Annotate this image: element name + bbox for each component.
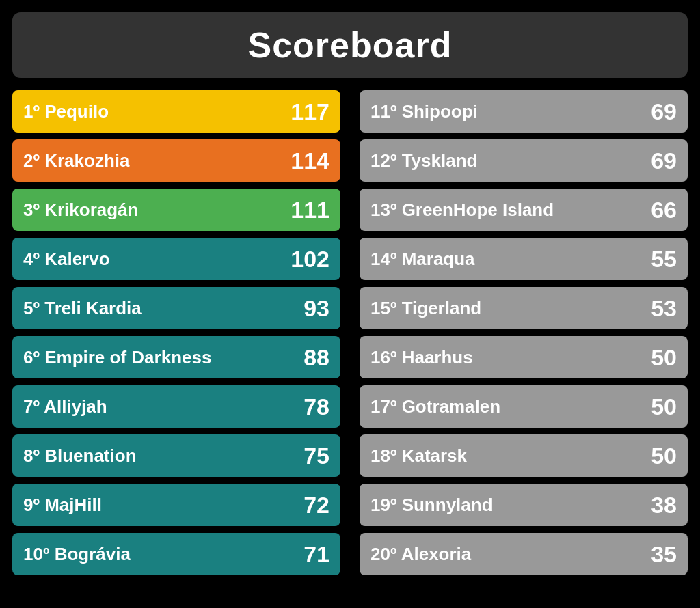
- score-value: 38: [651, 492, 677, 519]
- score-row-right-6: 16º Haarhus50: [360, 336, 688, 378]
- score-row-left-6: 6º Empire of Darkness88: [12, 336, 340, 378]
- rank-name: 20º Alexoria: [371, 544, 471, 565]
- score-row-left-4: 4º Kalervo102: [12, 238, 340, 280]
- score-value: 111: [291, 197, 329, 223]
- score-value: 71: [304, 541, 329, 568]
- score-row-right-2: 12º Tyskland69: [360, 139, 688, 182]
- scoreboard-title: Scoreboard: [12, 25, 688, 66]
- rank-name: 1º Pequilo: [23, 101, 109, 122]
- score-row-left-8: 8º Bluenation75: [12, 434, 340, 477]
- score-row-left-1: 1º Pequilo117: [12, 90, 340, 133]
- rank-name: 17º Gotramalen: [371, 396, 500, 417]
- score-value: 93: [304, 295, 329, 322]
- rank-name: 7º Alliyjah: [23, 396, 107, 417]
- score-row-left-10: 10º Bográvia71: [12, 533, 340, 575]
- score-value: 102: [291, 246, 329, 273]
- score-row-right-10: 20º Alexoria35: [360, 533, 688, 575]
- score-value: 50: [651, 443, 677, 469]
- rank-name: 4º Kalervo: [23, 249, 110, 270]
- score-value: 50: [651, 393, 677, 420]
- rank-name: 11º Shipoopi: [371, 101, 478, 122]
- score-row-right-5: 15º Tigerland53: [360, 287, 688, 329]
- left-column: 1º Pequilo1172º Krakozhia1143º Krikoragá…: [12, 90, 340, 575]
- score-row-left-5: 5º Treli Kardia93: [12, 287, 340, 329]
- rank-name: 2º Krakozhia: [23, 150, 129, 171]
- score-value: 75: [304, 443, 329, 469]
- score-value: 114: [291, 148, 329, 174]
- rank-name: 5º Treli Kardia: [23, 298, 142, 319]
- rank-name: 6º Empire of Darkness: [23, 347, 211, 368]
- rank-name: 13º GreenHope Island: [371, 199, 554, 221]
- score-value: 117: [291, 98, 329, 125]
- score-row-right-4: 14º Maraqua55: [360, 238, 688, 280]
- score-value: 69: [651, 98, 677, 125]
- score-value: 35: [651, 541, 677, 568]
- score-row-left-7: 7º Alliyjah78: [12, 385, 340, 428]
- score-row-right-1: 11º Shipoopi69: [360, 90, 688, 133]
- rank-name: 12º Tyskland: [371, 150, 477, 171]
- score-value: 78: [304, 393, 329, 420]
- score-value: 72: [304, 492, 329, 519]
- rank-name: 9º MajHill: [23, 495, 102, 516]
- score-value: 88: [304, 344, 329, 371]
- score-value: 66: [651, 197, 677, 223]
- score-row-right-7: 17º Gotramalen50: [360, 385, 688, 428]
- score-value: 53: [651, 295, 677, 322]
- rank-name: 3º Krikoragán: [23, 199, 138, 221]
- rank-name: 14º Maraqua: [371, 249, 475, 270]
- rank-name: 10º Bográvia: [23, 544, 131, 565]
- score-value: 50: [651, 344, 677, 371]
- scores-grid: 1º Pequilo1172º Krakozhia1143º Krikoragá…: [12, 90, 688, 575]
- right-column: 11º Shipoopi6912º Tyskland6913º GreenHop…: [360, 90, 688, 575]
- rank-name: 8º Bluenation: [23, 445, 137, 467]
- score-row-right-9: 19º Sunnyland38: [360, 484, 688, 526]
- score-value: 55: [651, 246, 677, 273]
- rank-name: 18º Katarsk: [371, 445, 467, 467]
- score-row-right-3: 13º GreenHope Island66: [360, 189, 688, 231]
- score-value: 69: [651, 148, 677, 174]
- score-row-left-9: 9º MajHill72: [12, 484, 340, 526]
- scoreboard-container: Scoreboard 1º Pequilo1172º Krakozhia1143…: [0, 0, 700, 608]
- rank-name: 19º Sunnyland: [371, 495, 493, 516]
- rank-name: 16º Haarhus: [371, 347, 473, 368]
- score-row-left-2: 2º Krakozhia114: [12, 139, 340, 182]
- score-row-left-3: 3º Krikoragán111: [12, 189, 340, 231]
- title-box: Scoreboard: [12, 12, 688, 78]
- score-row-right-8: 18º Katarsk50: [360, 434, 688, 477]
- rank-name: 15º Tigerland: [371, 298, 481, 319]
